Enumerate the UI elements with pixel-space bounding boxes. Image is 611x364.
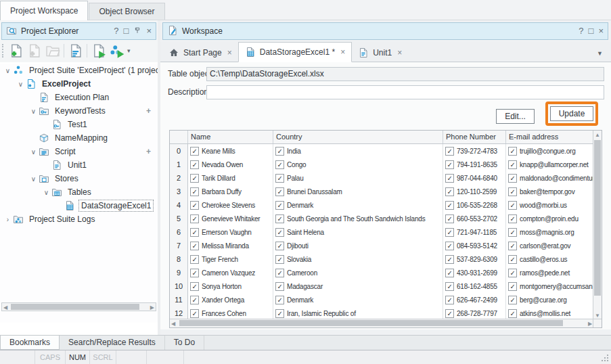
checkbox-checked[interactable]: ✓ [190, 282, 199, 291]
scroll-thumb[interactable] [11, 304, 139, 310]
email-cell[interactable]: ✓knapp@ullamcorper.net [506, 158, 593, 171]
row-header[interactable]: 7 [170, 239, 188, 252]
tree-item-stores[interactable]: ∨Stores [0, 172, 158, 185]
checkbox-checked[interactable]: ✓ [275, 309, 284, 318]
grid-hscrollbar[interactable]: ◀ ▶ [170, 319, 593, 327]
checkbox-checked[interactable]: ✓ [445, 309, 454, 318]
add-item-icon[interactable]: + [146, 106, 151, 116]
checkbox-checked[interactable]: ✓ [445, 201, 454, 210]
country-cell[interactable]: ✓Djibouti [273, 239, 443, 252]
checkbox-checked[interactable]: ✓ [445, 269, 454, 277]
country-cell[interactable]: ✓India [273, 144, 443, 158]
help-icon[interactable]: ? [114, 26, 118, 36]
run-project-button[interactable] [89, 42, 108, 60]
name-cell[interactable]: ✓Genevieve Whitaker [188, 212, 273, 225]
email-cell[interactable]: ✓trujillo@congue.org [506, 144, 593, 158]
email-cell[interactable]: ✓berg@curae.org [506, 293, 593, 306]
edit-button[interactable]: Edit... [496, 109, 535, 124]
row-header[interactable]: 2 [170, 171, 188, 185]
name-cell[interactable]: ✓Xander Ortega [188, 293, 273, 306]
checkbox-checked[interactable]: ✓ [190, 228, 199, 237]
float-icon[interactable]: □ [124, 26, 129, 36]
checkbox-checked[interactable]: ✓ [275, 269, 284, 277]
country-cell[interactable]: ✓South Georgia and The South Sandwich Is… [273, 212, 443, 225]
tree-item-keywordtests[interactable]: ∨KeywordTests+ [0, 104, 158, 118]
resize-grip[interactable] [597, 350, 611, 364]
name-cell[interactable]: ✓Frances Cohen [188, 306, 273, 320]
country-cell[interactable]: ✓Congo [273, 158, 443, 171]
row-header[interactable]: 1 [170, 158, 188, 171]
checkbox-checked[interactable]: ✓ [275, 282, 284, 291]
phone-cell[interactable]: ✓739-272-4783 [443, 144, 506, 158]
phone-cell[interactable]: ✓660-553-2702 [443, 212, 506, 225]
checkbox-checked[interactable]: ✓ [275, 160, 284, 169]
name-cell[interactable]: ✓Cherokee Stevens [188, 198, 273, 212]
phone-cell[interactable]: ✓987-044-6840 [443, 171, 506, 185]
add-project-button[interactable] [7, 42, 25, 60]
checkbox-checked[interactable]: ✓ [445, 242, 454, 250]
tree-item-project-suite-excelproject-1-project[interactable]: ∨Project Suite 'ExcelProject' (1 project… [0, 64, 158, 77]
checkbox-checked[interactable]: ✓ [445, 187, 454, 196]
scroll-thumb[interactable] [179, 320, 563, 326]
doc-tab-datastorageexcel1[interactable]: DataStorageExcel1 *× [238, 42, 352, 62]
tab-list-dropdown-icon[interactable]: ▼ [597, 50, 603, 57]
phone-cell[interactable]: ✓430-931-2699 [443, 266, 506, 279]
tree-item-datastorageexcel1[interactable]: DataStorageExcel1 [0, 199, 158, 212]
add-existing-item-button[interactable] [43, 42, 62, 60]
name-cell[interactable]: ✓Tarik Dillard [188, 171, 273, 185]
pin-icon[interactable] [133, 26, 141, 37]
checkbox-checked[interactable]: ✓ [275, 296, 284, 304]
checkbox-checked[interactable]: ✓ [190, 187, 199, 196]
country-cell[interactable]: ✓Madagascar [273, 279, 443, 293]
email-cell[interactable]: ✓atkins@mollis.net [506, 306, 593, 320]
chevron-down-icon[interactable]: ∨ [3, 67, 13, 74]
checkbox-checked[interactable]: ✓ [508, 174, 517, 183]
phone-cell[interactable]: ✓618-162-4855 [443, 279, 506, 293]
description-input[interactable] [206, 85, 604, 99]
doc-tab-start-page[interactable]: Start Page× [162, 43, 238, 62]
row-header[interactable]: 11 [170, 293, 188, 306]
close-tab-icon[interactable]: × [227, 48, 232, 58]
country-cell[interactable]: ✓Denmark [273, 198, 443, 212]
phone-cell[interactable]: ✓268-728-7797 [443, 306, 506, 320]
phone-cell[interactable]: ✓120-110-2599 [443, 185, 506, 198]
tab-project-workspace[interactable]: Project Workspace [0, 1, 88, 20]
chevron-down-icon[interactable]: ∨ [28, 175, 39, 183]
checkbox-checked[interactable]: ✓ [275, 201, 284, 210]
checkbox-checked[interactable]: ✓ [190, 269, 199, 277]
row-header[interactable]: 0 [170, 144, 188, 158]
email-cell[interactable]: ✓maldonado@condimentum.org [506, 171, 593, 185]
country-cell[interactable]: ✓Iran, Islamic Republic of [273, 306, 443, 320]
checkbox-checked[interactable]: ✓ [508, 242, 517, 250]
scroll-left-icon[interactable]: ◀ [171, 320, 175, 327]
row-header[interactable]: 3 [170, 185, 188, 198]
row-header[interactable]: 9 [170, 266, 188, 279]
tab-object-browser[interactable]: Object Browser [89, 3, 164, 20]
row-header[interactable]: 10 [170, 279, 188, 293]
checkbox-checked[interactable]: ✓ [445, 214, 454, 223]
checkbox-checked[interactable]: ✓ [508, 309, 517, 318]
add-new-item-button[interactable] [25, 42, 43, 60]
checkbox-checked[interactable]: ✓ [508, 269, 517, 277]
row-header[interactable]: 8 [170, 252, 188, 266]
tree-item-test1[interactable]: Test1 [0, 118, 158, 131]
help-icon[interactable]: ? [579, 26, 583, 36]
checkbox-checked[interactable]: ✓ [508, 296, 517, 304]
run-options-dropdown-icon[interactable]: ▾ [127, 47, 131, 54]
country-cell[interactable]: ✓Denmark [273, 293, 443, 306]
checkbox-checked[interactable]: ✓ [275, 242, 284, 250]
country-cell[interactable]: ✓Cameroon [273, 266, 443, 279]
checkbox-checked[interactable]: ✓ [190, 242, 199, 250]
phone-cell[interactable]: ✓794-191-8635 [443, 158, 506, 171]
checkbox-checked[interactable]: ✓ [275, 255, 284, 264]
checkbox-checked[interactable]: ✓ [275, 228, 284, 237]
name-cell[interactable]: ✓Tiger French [188, 252, 273, 266]
table-object-field[interactable]: C:\Temp\DataStorageExcel.xlsx [206, 67, 604, 81]
email-cell[interactable]: ✓carlson@erat.gov [506, 239, 593, 252]
run-project-suite-button[interactable] [108, 42, 126, 60]
grid-vscrollbar[interactable]: ▲ ▼ [593, 131, 602, 320]
checkbox-checked[interactable]: ✓ [275, 147, 284, 156]
explorer-hscrollbar[interactable]: ◀ ▶ [1, 302, 156, 311]
tree-item-excelproject[interactable]: ∨ExcelProject [0, 77, 158, 91]
bottom-tab-bookmarks[interactable]: Bookmarks [0, 335, 60, 350]
